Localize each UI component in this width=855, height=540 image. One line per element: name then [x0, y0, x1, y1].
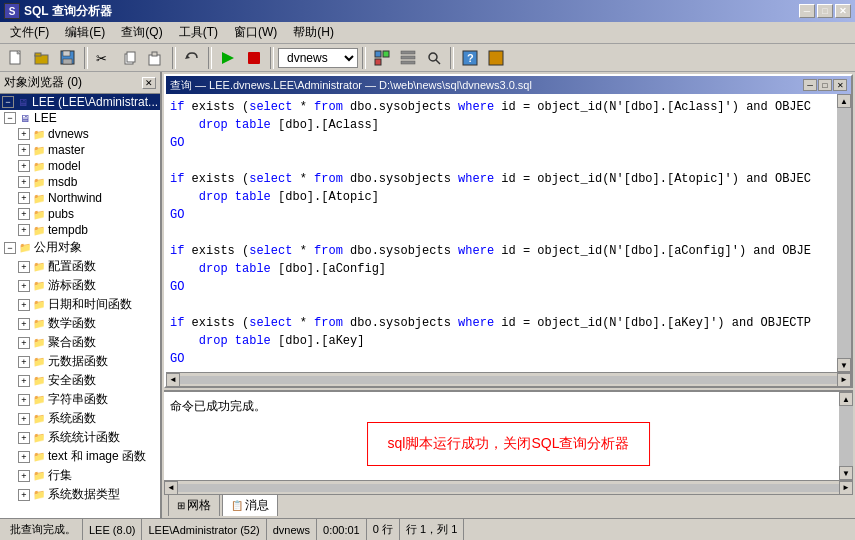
tree-item-server[interactable]: − 🖥 LEE (LEE\Administrat... [0, 94, 160, 110]
vscroll-track[interactable] [837, 108, 851, 358]
hscroll-right[interactable]: ► [837, 373, 851, 387]
tree-item-lee[interactable]: − 🖥 LEE [0, 110, 160, 126]
security-icon: 📁 [32, 374, 46, 388]
hscroll-track[interactable] [180, 376, 837, 384]
tree-item-agg-funcs[interactable]: + 📁 聚合函数 [0, 333, 160, 352]
new-query-button[interactable] [4, 47, 28, 69]
menu-window[interactable]: 窗口(W) [226, 22, 285, 43]
tree-expander-northwind[interactable]: + [18, 192, 30, 204]
show-results-btn[interactable] [396, 47, 420, 69]
tree-item-meta-funcs[interactable]: + 📁 元数据函数 [0, 352, 160, 371]
editor-hscrollbar[interactable]: ◄ ► [166, 372, 851, 386]
maximize-button[interactable]: □ [817, 4, 833, 18]
object-browser-close[interactable]: ✕ [142, 77, 156, 89]
tree-item-sysstat-funcs[interactable]: + 📁 系统统计函数 [0, 428, 160, 447]
vscroll-down[interactable]: ▼ [837, 358, 851, 372]
tree-expander-security[interactable]: + [18, 375, 30, 387]
tree-item-msdb[interactable]: + 📁 msdb [0, 174, 160, 190]
object-browser-btn[interactable] [370, 47, 394, 69]
save-button[interactable] [56, 47, 80, 69]
tree-item-tempdb[interactable]: + 📁 tempdb [0, 222, 160, 238]
tree-item-pubs[interactable]: + 📁 pubs [0, 206, 160, 222]
tree-item-datatypes[interactable]: + 📁 系统数据类型 [0, 485, 160, 504]
tree-expander[interactable]: − [2, 96, 14, 108]
query-maximize-btn[interactable]: □ [818, 79, 832, 91]
tab-messages[interactable]: 📋 消息 [222, 494, 278, 516]
results-vscroll-down[interactable]: ▼ [839, 466, 853, 480]
tree-expander-sysstat[interactable]: + [18, 432, 30, 444]
tree-expander-agg[interactable]: + [18, 337, 30, 349]
tree-item-security-funcs[interactable]: + 📁 安全函数 [0, 371, 160, 390]
tree-item-cursor-funcs[interactable]: + 📁 游标函数 [0, 276, 160, 295]
msdb-icon: 📁 [32, 175, 46, 189]
results-hscrollbar[interactable]: ◄ ► [164, 480, 853, 494]
cut-button[interactable]: ✂ [92, 47, 116, 69]
extra-button[interactable] [484, 47, 508, 69]
tree-item-public[interactable]: − 📁 公用对象 [0, 238, 160, 257]
tree-expander-config[interactable]: + [18, 261, 30, 273]
run-button[interactable] [216, 47, 240, 69]
object-browser-tree[interactable]: − 🖥 LEE (LEE\Administrat... − 🖥 LEE + 📁 … [0, 94, 160, 518]
svg-rect-11 [152, 52, 157, 56]
tree-expander-math[interactable]: + [18, 318, 30, 330]
tree-item-sys-funcs[interactable]: + 📁 系统函数 [0, 409, 160, 428]
tree-expander-dvnews[interactable]: + [18, 128, 30, 140]
tree-expander-public[interactable]: − [4, 242, 16, 254]
hscroll-left[interactable]: ◄ [166, 373, 180, 387]
tree-item-dvnews[interactable]: + 📁 dvnews [0, 126, 160, 142]
menu-help[interactable]: 帮助(H) [285, 22, 342, 43]
results-hscroll-left[interactable]: ◄ [164, 481, 178, 495]
tree-expander-model[interactable]: + [18, 160, 30, 172]
results-panel: 命令已成功完成。 sql脚本运行成功，关闭SQL查询分析器 ▲ ▼ ◄ ► [164, 390, 853, 516]
tree-item-text-funcs[interactable]: + 📁 text 和 image 函数 [0, 447, 160, 466]
paste-button[interactable] [144, 47, 168, 69]
tree-expander-datatypes[interactable]: + [18, 489, 30, 501]
tree-expander-master[interactable]: + [18, 144, 30, 156]
query-close-btn[interactable]: ✕ [833, 79, 847, 91]
menu-edit[interactable]: 编辑(E) [57, 22, 113, 43]
copy-button[interactable] [118, 47, 142, 69]
results-vscrollbar[interactable]: ▲ ▼ [839, 392, 853, 480]
query-minimize-btn[interactable]: ─ [803, 79, 817, 91]
find-button[interactable] [422, 47, 446, 69]
tree-expander-lee[interactable]: − [4, 112, 16, 124]
cancel-button[interactable] [242, 47, 266, 69]
tree-item-string-funcs[interactable]: + 📁 字符串函数 [0, 390, 160, 409]
menu-query[interactable]: 查询(Q) [113, 22, 170, 43]
tree-item-model[interactable]: + 📁 model [0, 158, 160, 174]
tree-item-master[interactable]: + 📁 master [0, 142, 160, 158]
tree-expander-meta[interactable]: + [18, 356, 30, 368]
tree-item-rowset[interactable]: + 📁 行集 [0, 466, 160, 485]
database-selector[interactable]: dvnews [278, 48, 358, 68]
tree-expander-pubs[interactable]: + [18, 208, 30, 220]
tree-expander-text[interactable]: + [18, 451, 30, 463]
editor-vscrollbar[interactable]: ▲ ▼ [837, 94, 851, 372]
undo-button[interactable] [180, 47, 204, 69]
results-vscroll-up[interactable]: ▲ [839, 392, 853, 406]
close-button[interactable]: ✕ [835, 4, 851, 18]
help-button[interactable]: ? [458, 47, 482, 69]
tree-expander-string[interactable]: + [18, 394, 30, 406]
results-vscroll-track[interactable] [839, 406, 853, 466]
tree-expander-rowset[interactable]: + [18, 470, 30, 482]
minimize-button[interactable]: ─ [799, 4, 815, 18]
results-hscroll-track[interactable] [178, 484, 839, 492]
tab-grid[interactable]: ⊞ 网格 [168, 494, 220, 516]
tree-item-config-funcs[interactable]: + 📁 配置函数 [0, 257, 160, 276]
tree-expander-msdb[interactable]: + [18, 176, 30, 188]
tree-item-math-funcs[interactable]: + 📁 数学函数 [0, 314, 160, 333]
menu-tools[interactable]: 工具(T) [171, 22, 226, 43]
vscroll-up[interactable]: ▲ [837, 94, 851, 108]
msdb-label: msdb [48, 175, 77, 189]
tree-item-datetime-funcs[interactable]: + 📁 日期和时间函数 [0, 295, 160, 314]
menu-file[interactable]: 文件(F) [2, 22, 57, 43]
sql-editor[interactable]: if exists (select * from dbo.sysobjects … [166, 94, 837, 372]
tempdb-label: tempdb [48, 223, 88, 237]
tree-expander-tempdb[interactable]: + [18, 224, 30, 236]
tree-item-northwind[interactable]: + 📁 Northwind [0, 190, 160, 206]
results-hscroll-right[interactable]: ► [839, 481, 853, 495]
tree-expander-cursor[interactable]: + [18, 280, 30, 292]
open-button[interactable] [30, 47, 54, 69]
tree-expander-sys[interactable]: + [18, 413, 30, 425]
tree-expander-datetime[interactable]: + [18, 299, 30, 311]
